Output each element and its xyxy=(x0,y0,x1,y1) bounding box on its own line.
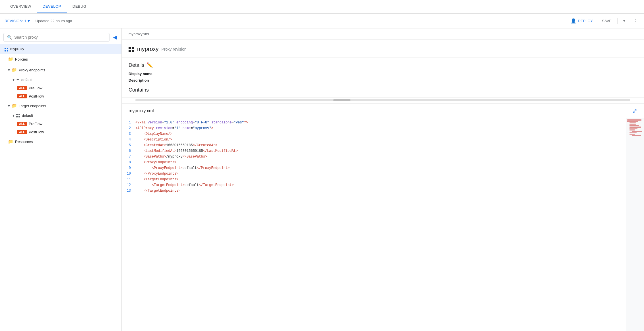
code-line-6: 6 <LastModifiedAt>1663015650185</LastMod… xyxy=(122,149,626,155)
save-label: SAVE xyxy=(602,19,612,23)
save-divider xyxy=(617,18,618,24)
preflow-target-all-badge: ALL xyxy=(17,122,27,126)
toolbar-right: 👤 DEPLOY SAVE ▾ ⋮ xyxy=(567,16,639,25)
sidebar-item-proxy-endpoints[interactable]: ▾ 📁 Proxy endpoints ⊕ xyxy=(0,65,121,75)
revision-chevron-icon: ▾ xyxy=(28,18,30,24)
details-display-name-row: Display name xyxy=(129,72,637,76)
sidebar-item-preflow-proxy[interactable]: ALL PreFlow xyxy=(0,84,121,92)
sidebar: 🔍 ◀ myproxy 📁 Policies ⊕ xyxy=(0,28,122,331)
sidebar-item-target-endpoints-label: Target endpoints xyxy=(19,104,112,108)
top-tab-bar: OVERVIEW DEVELOP DEBUG xyxy=(0,0,644,14)
xml-section: myproxy.xml ⤢ 1 <?xml version="1.0" enco… xyxy=(122,104,644,331)
sidebar-item-resources[interactable]: 📁 Resources ⊕ xyxy=(0,136,121,147)
save-dropdown-button[interactable]: ▾ xyxy=(620,17,629,25)
details-panel: Details ✏️ Display name Description Cont… xyxy=(122,57,644,98)
code-line-4: 4 <Description/> xyxy=(122,138,626,143)
target-endpoints-folder-icon: 📁 xyxy=(12,103,17,108)
code-line-7: 7 <BasePaths>/myproxy</BasePaths> xyxy=(122,155,626,160)
details-edit-icon[interactable]: ✏️ xyxy=(146,62,153,68)
more-options-button[interactable]: ⋮ xyxy=(631,17,639,25)
deploy-button[interactable]: 👤 DEPLOY xyxy=(567,16,596,25)
tab-overview[interactable]: OVERVIEW xyxy=(5,0,37,13)
code-line-1: 1 <?xml version="1.0" encoding="UTF-8" s… xyxy=(122,121,626,126)
code-line-3: 3 <DisplayName/> xyxy=(122,132,626,138)
postflow-target-all-badge: ALL xyxy=(17,130,27,134)
xml-header: myproxy.xml ⤢ xyxy=(122,104,644,118)
content-proxy-subtitle: Proxy revision xyxy=(162,47,187,51)
sidebar-item-default-proxy-label: default xyxy=(21,78,118,82)
content-header: myproxy Proxy revision xyxy=(122,40,644,57)
save-chevron-icon: ▾ xyxy=(623,19,625,23)
default-proxy-chevron-icon: ▾ xyxy=(13,77,15,82)
deploy-label: DEPLOY xyxy=(578,19,593,23)
code-line-10: 10 </ProxyEndpoints> xyxy=(122,172,626,177)
proxy-endpoints-folder-icon: 📁 xyxy=(12,67,17,73)
details-title-text: Details xyxy=(129,62,144,68)
tab-develop[interactable]: DEVELOP xyxy=(37,0,67,13)
xml-expand-icon[interactable]: ⤢ xyxy=(632,107,637,115)
default-target-grid-icon xyxy=(16,113,20,118)
code-line-5: 5 <CreatedAt>1663015650185</CreatedAt> xyxy=(122,143,626,149)
proxy-grid-icon xyxy=(5,46,9,52)
description-label: Description xyxy=(129,78,163,82)
horizontal-scrollbar[interactable] xyxy=(122,98,644,104)
sidebar-item-postflow-proxy[interactable]: ALL PostFlow xyxy=(0,92,121,100)
details-title: Details ✏️ xyxy=(129,62,637,68)
sidebar-item-default-target-label: default xyxy=(22,113,118,118)
sidebar-item-policies-label: Policies xyxy=(15,57,112,61)
sidebar-item-myproxy[interactable]: myproxy xyxy=(0,44,121,54)
default-target-chevron-icon: ▾ xyxy=(13,113,15,118)
tab-debug[interactable]: DEBUG xyxy=(67,0,92,13)
search-area: 🔍 ◀ xyxy=(0,28,121,44)
main-layout: 🔍 ◀ myproxy 📁 Policies ⊕ xyxy=(0,28,644,331)
details-description-row: Description xyxy=(129,78,637,82)
sidebar-item-postflow-proxy-label: PostFlow xyxy=(29,94,118,98)
sidebar-item-myproxy-label: myproxy xyxy=(10,47,118,51)
scrollbar-track xyxy=(135,99,630,101)
contains-section: Contains xyxy=(129,87,637,93)
search-input[interactable] xyxy=(14,35,106,40)
default-proxy-target-icon: ✦ xyxy=(16,77,20,82)
code-editor[interactable]: 1 <?xml version="1.0" encoding="UTF-8" s… xyxy=(122,118,626,331)
proxy-endpoints-chevron-icon: ▾ xyxy=(8,68,10,72)
collapse-sidebar-button[interactable]: ◀ xyxy=(112,33,118,42)
contains-title: Contains xyxy=(129,87,149,93)
content-proxy-icon xyxy=(129,45,134,53)
save-button[interactable]: SAVE xyxy=(598,17,615,25)
code-line-9: 9 <ProxyEndpoint>default</ProxyEndpoint> xyxy=(122,166,626,172)
search-box[interactable]: 🔍 xyxy=(3,33,110,42)
sidebar-item-default-proxy[interactable]: ▾ ✦ default xyxy=(0,75,121,84)
minimap xyxy=(626,118,644,331)
xml-wrapper: 1 <?xml version="1.0" encoding="UTF-8" s… xyxy=(122,118,644,331)
updated-text: Updated 22 hours ago xyxy=(36,19,72,23)
resources-folder-icon: 📁 xyxy=(8,139,13,144)
content-proxy-name: myproxy xyxy=(137,46,159,52)
content-area: myproxy.xml myproxy Proxy revision Detai… xyxy=(122,28,644,331)
search-icon: 🔍 xyxy=(7,35,12,40)
sidebar-item-preflow-proxy-label: PreFlow xyxy=(29,86,118,90)
code-line-13: 13 </TargetEndpoints> xyxy=(122,189,626,195)
breadcrumb-text: myproxy.xml xyxy=(129,32,149,36)
toolbar: REVISION: 1 ▾ Updated 22 hours ago 👤 DEP… xyxy=(0,14,644,28)
content-breadcrumb: myproxy.xml xyxy=(122,28,644,40)
code-line-8: 8 <ProxyEndpoints> xyxy=(122,160,626,166)
sidebar-item-proxy-endpoints-label: Proxy endpoints xyxy=(19,68,112,72)
code-line-11: 11 <TargetEndpoints> xyxy=(122,177,626,183)
preflow-proxy-all-badge: ALL xyxy=(17,86,27,90)
sidebar-item-postflow-target[interactable]: ALL PostFlow xyxy=(0,128,121,136)
policies-folder-icon: 📁 xyxy=(8,57,13,62)
sidebar-item-preflow-target[interactable]: ALL PreFlow xyxy=(0,120,121,128)
sidebar-item-postflow-target-label: PostFlow xyxy=(29,130,118,134)
sidebar-item-target-endpoints[interactable]: ▾ 📁 Target endpoints ⊕ xyxy=(0,100,121,111)
target-endpoints-chevron-icon: ▾ xyxy=(8,104,10,108)
sidebar-item-default-target[interactable]: ▾ default xyxy=(0,111,121,120)
sidebar-item-preflow-target-label: PreFlow xyxy=(29,122,118,126)
revision-button[interactable]: REVISION: 1 ▾ xyxy=(5,18,30,24)
deploy-person-icon: 👤 xyxy=(571,18,576,24)
revision-label: REVISION: 1 xyxy=(5,19,26,23)
scrollbar-thumb xyxy=(333,99,350,101)
code-line-2: 2 <APIProxy revision="1" name="myproxy"> xyxy=(122,126,626,132)
code-line-12: 12 <TargetEndpoint>default</TargetEndpoi… xyxy=(122,183,626,189)
sidebar-item-policies[interactable]: 📁 Policies ⊕ xyxy=(0,54,121,65)
display-name-label: Display name xyxy=(129,72,163,76)
